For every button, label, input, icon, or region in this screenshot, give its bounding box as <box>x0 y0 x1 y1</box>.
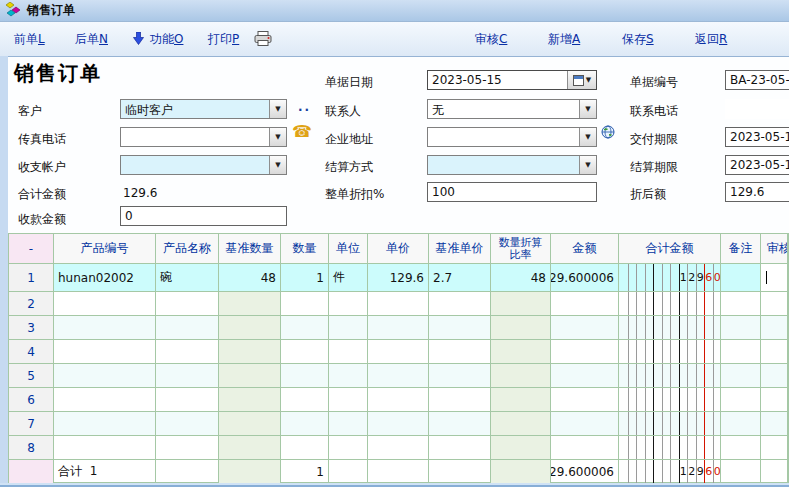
row8-amount[interactable] <box>551 436 619 460</box>
row2-qty[interactable] <box>281 292 329 316</box>
new-button[interactable]: 新增A <box>548 31 580 48</box>
row7-price[interactable] <box>368 412 429 436</box>
row7-qty[interactable] <box>281 412 329 436</box>
row8-price[interactable] <box>368 436 429 460</box>
row1-note[interactable] <box>721 264 761 292</box>
row6-product-name[interactable] <box>156 388 219 412</box>
row7-product-name[interactable] <box>156 412 219 436</box>
fax-dropdown-button[interactable]: ▼ <box>269 128 286 146</box>
delivery-deadline-input[interactable] <box>725 127 789 147</box>
row8-amount-grid[interactable] <box>619 436 721 460</box>
printer-icon[interactable] <box>254 31 273 49</box>
row5-ratio[interactable] <box>491 364 551 388</box>
row2-base-qty[interactable] <box>219 292 281 316</box>
row6-number[interactable]: 6 <box>9 388 54 412</box>
row7-amount[interactable] <box>551 412 619 436</box>
row1-amount[interactable]: 129.600006 <box>551 264 619 292</box>
row5-qty[interactable] <box>281 364 329 388</box>
address-combo[interactable]: ▼ <box>427 127 597 147</box>
row7-note[interactable] <box>721 412 761 436</box>
row6-amount[interactable] <box>551 388 619 412</box>
row2-audit[interactable] <box>761 292 788 316</box>
phone-icon[interactable]: ☎ <box>292 122 312 141</box>
settle-method-combo[interactable]: ▼ <box>427 155 597 175</box>
row2-amount[interactable] <box>551 292 619 316</box>
row1-product-name[interactable]: 碗 <box>156 264 219 292</box>
row6-note[interactable] <box>721 388 761 412</box>
row7-base-price[interactable] <box>429 412 491 436</box>
customer-combo[interactable]: 临时客户 ▼ <box>120 99 287 119</box>
audit-button[interactable]: 审核C <box>475 31 507 48</box>
row4-price[interactable] <box>368 340 429 364</box>
back-button[interactable]: 返回R <box>695 31 727 48</box>
row6-product-code[interactable] <box>54 388 156 412</box>
row1-qty[interactable]: 1 <box>281 264 329 292</box>
row4-amount[interactable] <box>551 340 619 364</box>
row6-qty[interactable] <box>281 388 329 412</box>
row4-product-code[interactable] <box>54 340 156 364</box>
row4-base-qty[interactable] <box>219 340 281 364</box>
row3-unit[interactable] <box>329 316 368 340</box>
row4-number[interactable]: 4 <box>9 340 54 364</box>
save-button[interactable]: 保存S <box>622 31 654 48</box>
row3-qty[interactable] <box>281 316 329 340</box>
row6-ratio[interactable] <box>491 388 551 412</box>
row6-price[interactable] <box>368 388 429 412</box>
row4-amount-grid[interactable] <box>619 340 721 364</box>
row7-ratio[interactable] <box>491 412 551 436</box>
doc-number-input[interactable] <box>725 70 789 90</box>
customer-dropdown-button[interactable]: ▼ <box>269 100 286 118</box>
row8-number[interactable]: 8 <box>9 436 54 460</box>
contact-dropdown-button[interactable]: ▼ <box>579 100 596 118</box>
account-combo[interactable]: ▼ <box>120 155 287 175</box>
settle-deadline-input[interactable] <box>725 155 789 175</box>
doc-date-calendar-button[interactable]: ▼ <box>567 71 596 89</box>
row8-base-price[interactable] <box>429 436 491 460</box>
row3-base-qty[interactable] <box>219 316 281 340</box>
row5-product-code[interactable] <box>54 364 156 388</box>
row4-unit[interactable] <box>329 340 368 364</box>
row1-base-qty[interactable]: 48 <box>219 264 281 292</box>
row6-unit[interactable] <box>329 388 368 412</box>
row1-base-price[interactable]: 2.7 <box>429 264 491 292</box>
address-dropdown-button[interactable]: ▼ <box>579 128 596 146</box>
row3-number[interactable]: 3 <box>9 316 54 340</box>
row2-product-code[interactable] <box>54 292 156 316</box>
row3-price[interactable] <box>368 316 429 340</box>
row8-base-qty[interactable] <box>219 436 281 460</box>
row1-price[interactable]: 129.6 <box>368 264 429 292</box>
row2-amount-grid[interactable] <box>619 292 721 316</box>
row7-product-code[interactable] <box>54 412 156 436</box>
row7-unit[interactable] <box>329 412 368 436</box>
row5-number[interactable]: 5 <box>9 364 54 388</box>
row3-note[interactable] <box>721 316 761 340</box>
row3-product-code[interactable] <box>54 316 156 340</box>
row4-note[interactable] <box>721 340 761 364</box>
account-dropdown-button[interactable]: ▼ <box>269 156 286 174</box>
row3-base-price[interactable] <box>429 316 491 340</box>
row3-audit[interactable] <box>761 316 788 340</box>
received-amount-input[interactable] <box>120 206 287 226</box>
row1-number[interactable]: 1 <box>9 264 54 292</box>
row5-audit[interactable] <box>761 364 788 388</box>
row2-number[interactable]: 2 <box>9 292 54 316</box>
row7-amount-grid[interactable] <box>619 412 721 436</box>
contact-combo[interactable]: 无 ▼ <box>427 99 597 119</box>
row8-note[interactable] <box>721 436 761 460</box>
row8-product-name[interactable] <box>156 436 219 460</box>
fax-combo[interactable]: ▼ <box>120 127 287 147</box>
settle-method-dropdown-button[interactable]: ▼ <box>579 156 596 174</box>
row8-qty[interactable] <box>281 436 329 460</box>
row5-amount-grid[interactable] <box>619 364 721 388</box>
discounted-amount-input[interactable] <box>725 182 789 202</box>
row5-amount[interactable] <box>551 364 619 388</box>
row7-number[interactable]: 7 <box>9 412 54 436</box>
row2-base-price[interactable] <box>429 292 491 316</box>
next-order-button[interactable]: 后单N <box>75 31 108 48</box>
prev-order-button[interactable]: 前单L <box>14 31 45 48</box>
row6-base-qty[interactable] <box>219 388 281 412</box>
functions-menu-button[interactable]: 功能O <box>150 31 183 48</box>
row1-amount-grid[interactable]: 1 2 9 6 0 <box>619 264 721 292</box>
discount-input[interactable] <box>427 182 597 202</box>
row3-ratio[interactable] <box>491 316 551 340</box>
